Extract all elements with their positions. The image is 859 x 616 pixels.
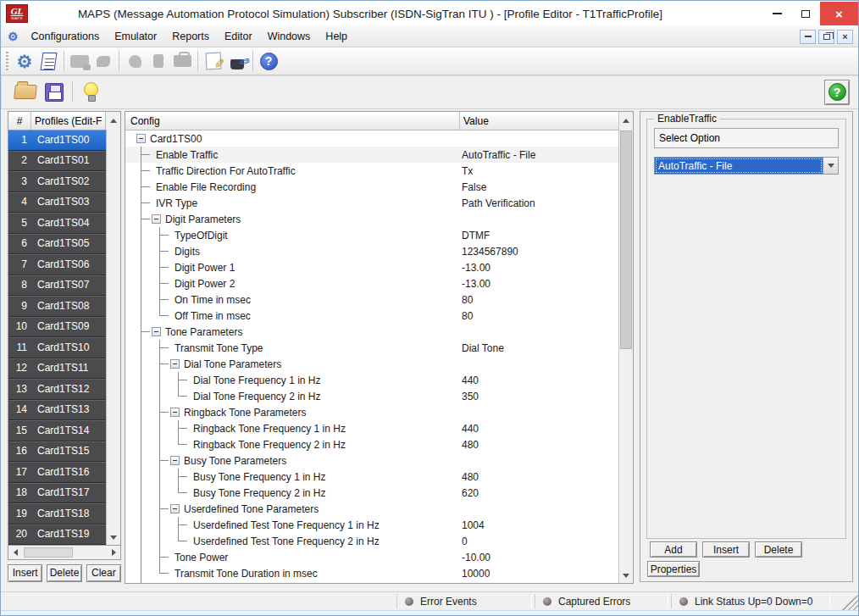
add-button[interactable]: Add <box>650 541 697 558</box>
tree-row[interactable]: Tone Power-10.00 <box>125 549 618 565</box>
clear-profile-button[interactable]: Clear <box>86 564 121 582</box>
profile-row[interactable]: 1Card1TS00 <box>8 130 106 151</box>
tree-row[interactable]: Busy Tone Frequency 1 in Hz480 <box>125 469 618 485</box>
profiles-scroll-track[interactable] <box>107 130 120 530</box>
profiles-vertical-scrollbar[interactable] <box>106 130 120 545</box>
tree-row[interactable]: Busy Tone Frequency 2 in Hz620 <box>125 485 618 501</box>
tree-row[interactable]: Ringback Tone Parameters <box>125 404 618 420</box>
tree-row[interactable]: Dial Tone Parameters <box>125 356 618 372</box>
script-log-button[interactable] <box>36 50 60 73</box>
profile-row[interactable]: 7Card1TS06 <box>8 254 106 275</box>
profile-row[interactable]: 3Card1TS02 <box>8 171 106 192</box>
tree-row[interactable]: Digits1234567890 <box>125 243 618 259</box>
profiles-hscroll-track[interactable] <box>22 546 107 559</box>
collapse-minus-icon[interactable] <box>170 504 180 513</box>
tree-row[interactable]: TypeOfDigitDTMF <box>125 227 618 243</box>
tree-row[interactable]: Userdefined Test Tone Frequency 1 in Hz1… <box>125 517 618 533</box>
minimize-button[interactable] <box>762 2 791 25</box>
tree-scroll-down-button[interactable] <box>619 568 633 583</box>
tree-row[interactable]: On Time in msec80 <box>125 291 618 308</box>
tree-scroll-up-button[interactable] <box>619 112 633 129</box>
menu-item-editor[interactable]: Editor <box>217 28 260 45</box>
tree-row[interactable]: Userdefined Test Tone Frequency 2 in Hz0 <box>125 533 618 549</box>
lightbulb-button[interactable] <box>76 80 105 105</box>
tree-row[interactable]: Off Time in msec80 <box>125 308 618 324</box>
menu-item-reports[interactable]: Reports <box>164 28 217 45</box>
profile-row[interactable]: 9Card1TS08 <box>8 296 106 317</box>
profiles-horizontal-scrollbar[interactable] <box>8 546 121 560</box>
profile-row[interactable]: 17Card1TS16 <box>8 462 106 483</box>
status-section[interactable]: Error Events <box>396 594 532 608</box>
tree-row[interactable]: Digit Parameters <box>125 211 618 227</box>
profile-row[interactable]: 5Card1TS04 <box>8 213 106 234</box>
tree-row[interactable]: Enable TrafficAutoTraffic - File <box>125 147 618 163</box>
profile-row[interactable]: 15Card1TS14 <box>8 420 106 441</box>
settings-gear-button[interactable]: ⚙ <box>13 50 36 73</box>
properties-button[interactable]: Properties <box>647 561 700 577</box>
status-section[interactable]: Link Status Up=0 Down=0 <box>671 594 830 608</box>
tree-row[interactable]: Userdefined Tone Parameters <box>125 501 618 517</box>
collapse-minus-icon[interactable] <box>170 456 180 465</box>
profile-row[interactable]: 12Card1TS11 <box>8 358 106 380</box>
dropdown-selected-value[interactable]: AutoTraffic - File <box>655 158 823 174</box>
tree-header-value[interactable]: Value <box>460 112 618 130</box>
profile-row[interactable]: 8Card1TS07 <box>8 275 106 297</box>
mdi-minimize-button[interactable] <box>800 30 816 44</box>
tree-row[interactable]: Enable File RecordingFalse <box>125 179 618 195</box>
help-button[interactable]: ? <box>257 50 280 73</box>
delete-profile-button[interactable]: Delete <box>47 564 81 582</box>
tree-row[interactable]: Digit Power 1-13.00 <box>125 259 618 275</box>
delete-button[interactable]: Delete <box>755 541 802 558</box>
resize-grip-icon[interactable] <box>838 595 858 610</box>
tree-header-config[interactable]: Config <box>125 112 460 130</box>
mdi-close-button[interactable]: × <box>837 30 853 44</box>
profile-row[interactable]: 11Card1TS10 <box>8 337 106 358</box>
save-button[interactable] <box>40 80 69 105</box>
open-folder-button[interactable] <box>11 80 40 105</box>
collapse-minus-icon[interactable] <box>152 214 161 224</box>
profiles-scroll-left-button[interactable] <box>8 546 22 559</box>
profile-row[interactable]: 19Card1TS18 <box>8 503 106 524</box>
enable-traffic-dropdown[interactable]: AutoTraffic - File <box>654 157 839 175</box>
profiles-scroll-down-button[interactable] <box>107 530 120 545</box>
insert-profile-button[interactable]: Insert <box>8 564 42 582</box>
profile-wizard-button[interactable] <box>225 50 249 73</box>
menu-item-configurations[interactable]: Configurations <box>24 28 108 45</box>
toolbar-grip[interactable] <box>6 52 8 70</box>
profile-row[interactable]: 20Card1TS19 <box>8 524 106 546</box>
profile-row[interactable]: 6Card1TS05 <box>8 234 106 255</box>
profile-row[interactable]: 13Card1TS12 <box>8 379 106 400</box>
profile-row[interactable]: 4Card1TS03 <box>8 192 106 214</box>
profile-row[interactable]: 14Card1TS13 <box>8 400 106 421</box>
tree-row[interactable]: Transmit Tone Duration in msec10000 <box>125 565 618 581</box>
profile-row[interactable]: 16Card1TS15 <box>8 441 106 463</box>
collapse-minus-icon[interactable] <box>170 359 180 369</box>
profile-row[interactable]: 10Card1TS09 <box>8 317 106 338</box>
tree-vertical-scrollbar[interactable] <box>618 112 633 583</box>
collapse-minus-icon[interactable] <box>136 134 146 143</box>
profiles-scroll-up-button[interactable] <box>106 112 120 130</box>
tree-row[interactable]: Ringback Tone Frequency 2 in Hz480 <box>125 436 618 452</box>
menu-item-windows[interactable]: Windows <box>260 28 319 45</box>
profiles-scroll-right-button[interactable] <box>107 546 120 559</box>
help-button[interactable]: ? <box>824 80 850 105</box>
collapse-minus-icon[interactable] <box>170 408 180 417</box>
profiles-hscroll-thumb[interactable] <box>24 547 73 558</box>
insert-button[interactable]: Insert <box>702 541 750 558</box>
maximize-button[interactable] <box>791 2 820 25</box>
collapse-minus-icon[interactable] <box>152 327 161 336</box>
tree-row[interactable]: Dial Tone Frequency 2 in Hz350 <box>125 388 618 404</box>
tree-row[interactable]: Digit Power 2-13.00 <box>125 275 618 291</box>
mdi-restore-button[interactable] <box>818 30 834 44</box>
tree-row[interactable]: Traffic Direction For AutoTrafficTx <box>125 163 618 179</box>
tree-row[interactable]: Dial Tone Frequency 1 in Hz440 <box>125 372 618 388</box>
tree-row[interactable]: Transmit Tone TypeDial Tone <box>125 340 618 356</box>
tree-row[interactable]: Card1TS00 <box>125 130 618 147</box>
profile-row[interactable]: 18Card1TS17 <box>8 483 106 504</box>
status-section[interactable]: Captured Errors <box>535 594 668 608</box>
dropdown-arrow-button[interactable] <box>823 158 838 174</box>
menu-item-emulator[interactable]: Emulator <box>107 28 164 45</box>
tree-row[interactable]: Busy Tone Parameters <box>125 452 618 469</box>
tree-scroll-thumb[interactable] <box>620 130 632 349</box>
menu-item-help[interactable]: Help <box>318 28 355 45</box>
